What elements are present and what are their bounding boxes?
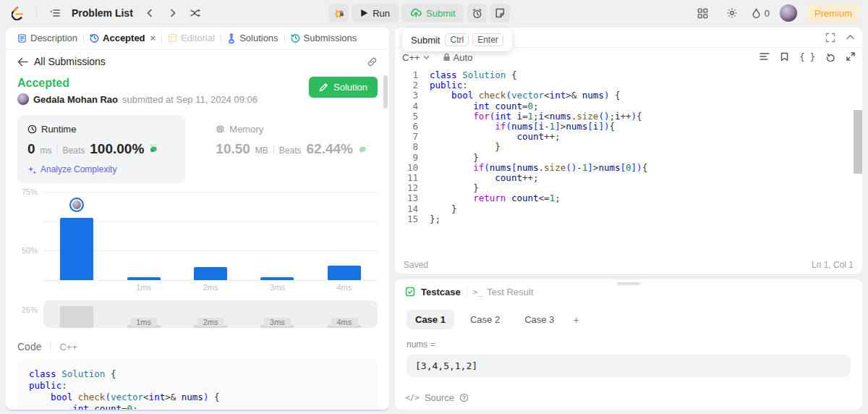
case-tab-2[interactable]: Case 2 xyxy=(461,310,509,329)
runtime-beats: 100.00% xyxy=(90,141,144,157)
code-line: 13 return count<=1; xyxy=(395,193,862,203)
problem-list-label[interactable]: Problem List xyxy=(72,7,133,19)
tab-description[interactable]: Description xyxy=(13,33,82,43)
panel-resize-handle[interactable] xyxy=(617,282,640,285)
all-submissions-link[interactable]: All Submissions xyxy=(34,56,106,67)
code-line: 10 if(nums[nums.size()-1]>nums[0]){ xyxy=(395,163,862,173)
runtime-card[interactable]: Runtime 0 ms Beats 100.00% An xyxy=(17,115,185,183)
tab-editorial[interactable]: Editorial xyxy=(163,33,219,43)
source-code-icon: </> xyxy=(405,393,420,402)
code-line-text: count++; xyxy=(430,132,561,142)
runtime-beats-label: Beats xyxy=(63,145,85,156)
code-line: 9 } xyxy=(395,153,862,163)
submitter-name[interactable]: Gedala Mohan Rao xyxy=(33,94,118,105)
code-line: 5 for(int i=1;i<nums.size();i++){ xyxy=(395,111,862,122)
prev-problem-icon[interactable] xyxy=(140,4,159,22)
topbar: Problem List Run Submit xyxy=(0,0,868,26)
left-tabbar: DescriptionAccepted×EditorialSolutionsSu… xyxy=(6,28,389,49)
debugger-button[interactable] xyxy=(328,4,349,22)
keycap-enter: Enter xyxy=(472,33,503,46)
editorial-icon xyxy=(168,33,177,43)
memory-card[interactable]: Memory 10.50 MB Beats 62.44% xyxy=(205,115,378,183)
memory-chip-icon xyxy=(216,124,225,134)
code-line: 4 int count=0; xyxy=(395,101,862,111)
source-link[interactable]: Source xyxy=(425,392,454,403)
premium-button[interactable]: Premium xyxy=(807,4,859,22)
add-case-icon[interactable]: + xyxy=(570,313,582,326)
layout-grid-icon[interactable] xyxy=(694,4,712,22)
maximize-editor-icon[interactable] xyxy=(846,52,855,61)
x-axis-label: 3ms xyxy=(244,283,310,292)
runtime-distribution-chart: 75%50%25%0%1ms2ms3ms4ms xyxy=(17,192,378,293)
submit-label: Submit xyxy=(426,8,455,19)
runtime-title: Runtime xyxy=(41,124,76,135)
bar-3ms[interactable] xyxy=(260,277,294,280)
brackets-icon[interactable]: { } xyxy=(799,52,815,62)
user-avatar[interactable] xyxy=(780,4,797,22)
format-code-icon[interactable] xyxy=(760,52,770,61)
case-tab-1[interactable]: Case 1 xyxy=(407,310,454,329)
editor-code-area[interactable]: 1class Solution {2public:3 bool check(ve… xyxy=(395,67,862,256)
runtime-value: 0 xyxy=(27,141,35,157)
case-tab-3[interactable]: Case 3 xyxy=(516,310,563,329)
copy-link-icon[interactable] xyxy=(367,56,378,67)
bookmark-icon[interactable] xyxy=(780,52,788,62)
help-icon[interactable] xyxy=(459,393,469,402)
timer-button[interactable] xyxy=(467,4,488,22)
settings-gear-icon[interactable] xyxy=(723,4,741,22)
saved-status: Saved xyxy=(404,260,428,270)
cursor-position[interactable]: Ln 1, Col 1 xyxy=(812,260,854,270)
x-axis-label: 1ms xyxy=(110,283,176,292)
chart-slot: 3ms xyxy=(244,192,310,280)
streak-counter[interactable]: 0 xyxy=(752,8,770,19)
code-editor-panel: Submit CtrlEnter C++ Auto { } xyxy=(395,28,862,274)
fullscreen-icon[interactable] xyxy=(825,33,835,43)
bar-1ms[interactable] xyxy=(127,277,161,280)
editor-scrollbar[interactable] xyxy=(854,110,862,174)
brush-slot: 3ms xyxy=(244,300,310,328)
chevron-down-icon xyxy=(423,54,430,61)
shuffle-icon[interactable] xyxy=(187,4,205,22)
tab-divider xyxy=(284,33,285,43)
line-number: 11 xyxy=(395,173,418,183)
brush-slot: 4ms xyxy=(311,300,378,328)
test-result-tab[interactable]: >_ Test Result xyxy=(473,287,534,297)
code-line-text: } xyxy=(430,153,479,163)
solution-button[interactable]: Solution xyxy=(309,77,378,98)
line-number: 7 xyxy=(395,132,418,142)
tab-label: Editorial xyxy=(181,33,215,43)
next-problem-icon[interactable] xyxy=(163,4,182,22)
tab-accepted[interactable]: Accepted× xyxy=(85,33,160,43)
bar-0ms[interactable] xyxy=(60,218,93,280)
close-tab-icon[interactable]: × xyxy=(150,33,156,43)
line-number: 8 xyxy=(395,142,418,152)
submit-button[interactable]: Submit xyxy=(401,4,464,22)
code-line-text: for(int i=1;i<nums.size();i++){ xyxy=(430,111,642,122)
submitted-code-block[interactable]: ▼class Solution {public: bool check(vect… xyxy=(17,360,378,410)
left-panel-scrollbar[interactable] xyxy=(383,75,388,109)
tab-solutions[interactable]: Solutions xyxy=(223,33,282,43)
chart-brush[interactable]: 1ms2ms3ms4ms xyxy=(43,300,378,328)
case-tabs: Case 1Case 2Case 3+ xyxy=(407,310,851,329)
problem-list-icon[interactable] xyxy=(46,4,64,22)
run-button[interactable]: Run xyxy=(352,4,399,22)
line-number: 6 xyxy=(395,122,418,132)
notes-button[interactable] xyxy=(490,4,511,22)
collapse-panel-icon[interactable] xyxy=(846,33,855,42)
bar-2ms[interactable] xyxy=(194,267,227,280)
testcase-input[interactable]: [3,4,5,1,2] xyxy=(407,355,851,377)
tooltip-label: Submit xyxy=(411,35,440,46)
leetcode-logo-icon[interactable] xyxy=(9,4,27,22)
tab-submissions[interactable]: Submissions xyxy=(286,33,362,43)
clock-icon xyxy=(90,33,99,43)
language-selector[interactable]: C++ xyxy=(402,52,430,63)
auto-mode-toggle[interactable]: Auto xyxy=(443,52,473,63)
brush-slot: 1ms xyxy=(110,300,176,328)
reset-code-icon[interactable] xyxy=(826,52,835,62)
chart-gridline: 0% xyxy=(43,280,378,281)
analyze-complexity-link[interactable]: Analyze Complexity xyxy=(27,164,175,174)
testcase-tab[interactable]: Testcase xyxy=(421,287,461,297)
bar-4ms[interactable] xyxy=(328,266,361,280)
code-line-text: public: xyxy=(430,80,468,90)
back-arrow-icon[interactable] xyxy=(17,57,28,67)
